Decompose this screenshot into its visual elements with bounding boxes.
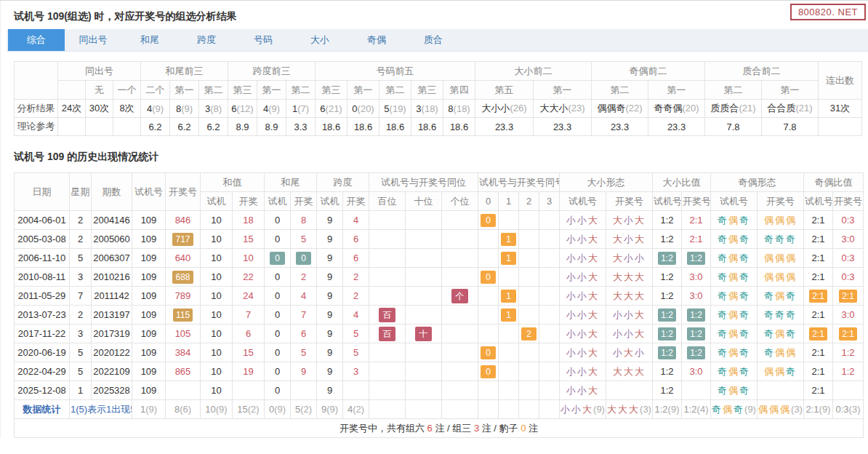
tongwei-shi-cell	[406, 306, 442, 324]
jiou-bizhi-kaijiang-cell: 0:3	[833, 249, 864, 268]
hewei-shiji-cell: 0	[265, 381, 291, 400]
issue-cell: 2011142	[92, 287, 132, 306]
history-group-header: 试机号与开奖号同号	[478, 173, 560, 192]
tab-daxiao[interactable]: 大小	[292, 29, 348, 51]
kaijiang-cell: 115	[166, 306, 201, 324]
jiou-xingtai-kaijiang-cell	[758, 381, 804, 400]
tab-jiou[interactable]: 奇偶	[348, 29, 405, 51]
hezhi-shiji-cell: 10	[201, 230, 233, 249]
kaijiang-cell: 105	[166, 324, 201, 343]
daxiao-bizhi-shiji-cell: 1:2	[653, 343, 682, 362]
tonghao-1-cell: 1	[499, 249, 519, 268]
history-group-header: 和尾	[265, 173, 317, 192]
tab-haoma[interactable]: 号码	[235, 29, 292, 51]
kuadu-kaijiang-cell: 4	[343, 211, 369, 230]
kuadu-shiji-cell: 9	[317, 230, 343, 249]
analysis-cell: 4(9)	[257, 100, 286, 118]
hezhi-kaijiang-cell: 19	[233, 362, 265, 381]
jiou-xingtai-shiji-cell: 奇偶奇	[711, 268, 758, 287]
history-group-header: 星期	[70, 173, 92, 211]
daxiao-xingtai-shiji-cell: 小小大	[560, 268, 606, 287]
shiji-cell: 109	[132, 306, 166, 324]
daxiao-xingtai-kaijiang-cell: 小小大	[606, 324, 653, 343]
daxiao-xingtai-kaijiang-cell: 大大大	[606, 287, 653, 306]
stats-cell: 2:1(9)	[804, 400, 833, 419]
hewei-shiji-cell: 0	[265, 211, 291, 230]
analysis-sub-row: 无一个二个第一第二第三第一第二第三第一第二第三第四第五第一第二第一第二第一第二	[15, 81, 862, 100]
jiou-xingtai-kaijiang-cell: 奇偶偶	[758, 343, 804, 362]
jiou-bizhi-shiji-cell: 2:1	[804, 211, 833, 230]
hezhi-shiji-cell: 10	[201, 362, 233, 381]
tab-tongchuhao[interactable]: 同出号	[65, 29, 121, 51]
daxiao-bizhi-shiji-cell: 1:2	[653, 324, 682, 343]
stats-note: 1(5)表示1出现5次	[70, 400, 132, 419]
tonghao-1-cell: 1	[499, 306, 519, 324]
tongwei-ge-cell	[442, 306, 478, 324]
tonghao-1-cell	[499, 362, 519, 381]
week-cell: 5	[70, 343, 92, 362]
kuadu-kaijiang-cell: 6	[343, 230, 369, 249]
jiou-bizhi-shiji-cell: 2:1	[804, 249, 833, 268]
analysis-cell: 7.8	[762, 118, 819, 136]
shiji-cell: 109	[132, 324, 166, 343]
analysis-cell: 24次	[58, 100, 86, 118]
date-cell: 2011-05-29	[15, 287, 70, 306]
tab-hewei[interactable]: 和尾	[121, 29, 178, 51]
tab-zonghe[interactable]: 综合	[8, 29, 65, 51]
analysis-group-header: 奇偶前二	[592, 62, 705, 81]
hewei-kaijiang-cell	[291, 381, 317, 400]
tongwei-shi-cell	[406, 362, 442, 381]
daxiao-bizhi-kaijiang-cell: 1:2	[682, 306, 711, 324]
week-cell: 5	[70, 249, 92, 268]
stats-empty-cell	[369, 400, 406, 419]
tonghao-3-cell	[539, 230, 560, 249]
shiji-cell: 109	[132, 287, 166, 306]
analysis-cell: 6.2	[199, 118, 228, 136]
daxiao-bizhi-shiji-cell: 1:2	[653, 211, 682, 230]
hewei-shiji-cell: 0	[265, 287, 291, 306]
hewei-kaijiang-cell: 0	[291, 249, 317, 268]
hewei-kaijiang-cell: 6	[291, 324, 317, 343]
tonghao-2-cell	[519, 362, 539, 381]
tonghao-3-cell	[539, 287, 560, 306]
tonghao-2-cell	[519, 211, 539, 230]
analysis-cell: 0(20)	[347, 100, 379, 118]
tonghao-0-cell: 0	[478, 211, 499, 230]
stats-cell: 偶偶偶(3)	[758, 400, 804, 419]
analysis-col-header: 第二	[379, 81, 411, 100]
analysis-cell: 18.6	[379, 118, 411, 136]
analysis-row-label: 理论参考	[15, 118, 58, 136]
analysis-cell: 6.2	[141, 118, 170, 136]
watermark-link[interactable]: 800820. NET	[790, 4, 866, 20]
hewei-shiji-cell: 0	[265, 230, 291, 249]
tonghao-0-cell	[478, 287, 499, 306]
tongwei-bai-cell	[369, 211, 406, 230]
hewei-shiji-cell: 0	[265, 324, 291, 343]
week-cell: 5	[70, 362, 92, 381]
daxiao-bizhi-kaijiang-cell: 1:2	[682, 343, 711, 362]
analysis-col-header: 一个	[113, 81, 141, 100]
tongwei-bai-cell	[369, 362, 406, 381]
jiou-bizhi-kaijiang-cell: 0:3	[833, 268, 864, 287]
tongwei-bai-cell	[369, 343, 406, 362]
daxiao-bizhi-kaijiang-cell: 3:0	[682, 287, 711, 306]
jiou-xingtai-kaijiang-cell: 奇偶奇	[758, 287, 804, 306]
kuadu-shiji-cell: 9	[317, 324, 343, 343]
stats-cell: 4(2)	[343, 400, 369, 419]
history-group-header: 奇偶比值	[804, 173, 864, 192]
analysis-cell: 质质合(21)	[705, 100, 762, 118]
tab-zhihe[interactable]: 质合	[405, 29, 462, 51]
kaijiang-cell: 688	[166, 268, 201, 287]
footer-row: 开奖号中，共有组六 6 注 / 组三 3 注 / 豹子 0 注	[15, 419, 864, 438]
header: 试机号 109(组选) 时，对应开奖号的组选分析结果	[7, 1, 868, 29]
analysis-cell: 8.9	[257, 118, 286, 136]
tonghao-0-cell: 0	[478, 343, 499, 362]
tab-kuadu[interactable]: 跨度	[178, 29, 235, 51]
hezhi-kaijiang-cell: 10	[233, 249, 265, 268]
kaijiang-cell: 789	[166, 287, 201, 306]
stats-empty-cell	[539, 400, 560, 419]
daxiao-xingtai-shiji-cell: 小小大	[560, 211, 606, 230]
history-col-header: 试机号	[711, 192, 758, 211]
shiji-cell: 109	[132, 249, 166, 268]
daxiao-xingtai-kaijiang-cell: 小大小	[606, 343, 653, 362]
